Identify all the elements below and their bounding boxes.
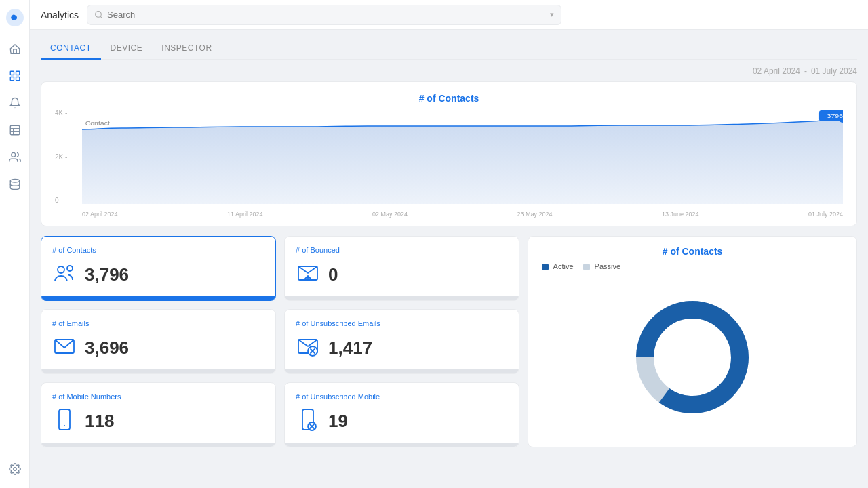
metric-value-row-emails: 3,696 — [52, 334, 264, 361]
svg-line-14 — [100, 16, 102, 18]
metric-value-contacts: 3,796 — [85, 264, 129, 285]
app-logo[interactable] — [5, 8, 24, 27]
sidebar-item-reports[interactable] — [4, 119, 26, 141]
search-icon — [94, 10, 103, 19]
metric-card-emails: # of Emails 3,696 — [41, 309, 276, 374]
metric-value-row-bounced: 0 — [296, 261, 508, 288]
sidebar-item-analytics[interactable] — [4, 65, 26, 87]
chart-y-axis: 4K - 2K - 0 - — [55, 109, 67, 204]
donut-svg-wrap — [631, 277, 753, 437]
metric-value-emails: 3,696 — [85, 338, 129, 359]
metrics-grid: # of Contacts 3,796 — [41, 236, 857, 447]
metric-card-unsub-emails: # of Unsubscribed Emails 1,417 — [284, 309, 519, 374]
x-label-5: 13 June 2024 — [662, 211, 699, 218]
metric-bar-contacts — [41, 296, 275, 300]
metric-value-row-unsub-mobile: 19 — [296, 407, 508, 434]
metric-bar-mobile — [41, 443, 275, 447]
search-box[interactable]: ▾ — [87, 5, 561, 25]
donut-title: # of Contacts — [663, 246, 723, 257]
sidebar-item-database[interactable] — [4, 174, 26, 195]
y-label-0: 0 - — [55, 197, 67, 204]
svg-point-1 — [13, 16, 17, 20]
metric-label-contacts: # of Contacts — [52, 246, 264, 254]
metric-card-bounced: # of Bounced 0 — [284, 236, 519, 301]
content-area: CONTACT DEVICE INSPECTOR 02 April 2024 -… — [30, 30, 868, 488]
topbar: Analytics ▾ — [30, 0, 868, 30]
sidebar — [0, 0, 30, 488]
legend-active: Active — [542, 262, 573, 270]
metrics-middle-col: # of Bounced 0 — [284, 236, 519, 447]
metric-value-mobile: 118 — [85, 411, 114, 432]
chart-legend-label: Contact — [85, 120, 110, 127]
x-label-3: 02 May 2024 — [372, 211, 408, 218]
metric-label-emails: # of Emails — [52, 319, 264, 327]
metric-bar-unsub-emails — [285, 369, 519, 373]
main-content: Analytics ▾ CONTACT DEVICE INSPECTOR 02 … — [30, 0, 868, 488]
metric-card-mobile: # of Mobile Numbers 118 — [41, 382, 276, 447]
metric-label-unsub-mobile: # of Unsubscribed Mobile — [296, 392, 508, 401]
tab-inspector[interactable]: INSPECTOR — [152, 38, 221, 60]
main-chart-card: # of Contacts 4K - 2K - 0 - — [41, 81, 857, 226]
svg-point-15 — [58, 266, 64, 273]
date-range: 02 April 2024 - 01 July 2024 — [41, 60, 857, 81]
metric-bar-emails — [41, 369, 275, 373]
tab-bar: CONTACT DEVICE INSPECTOR — [41, 30, 857, 60]
legend-dot-passive — [583, 264, 590, 270]
sidebar-item-notifications[interactable] — [4, 92, 26, 114]
metric-value-unsub-emails: 1,417 — [328, 338, 372, 359]
metric-card-unsub-mobile: # of Unsubscribed Mobile 19 — [284, 382, 519, 447]
metric-label-unsub-emails: # of Unsubscribed Emails — [296, 319, 508, 327]
email-icon — [52, 334, 77, 361]
search-input[interactable] — [107, 9, 546, 20]
x-label-2: 11 April 2024 — [227, 211, 263, 218]
chart-svg: 3796 Contact — [82, 109, 843, 204]
sidebar-settings[interactable] — [4, 458, 26, 480]
date-end: 01 July 2024 — [811, 66, 857, 76]
metric-value-row-contacts: 3,796 — [52, 261, 264, 288]
metric-value-bounced: 0 — [328, 264, 338, 285]
legend-passive: Passive — [583, 262, 621, 270]
tab-contact[interactable]: CONTACT — [41, 38, 101, 60]
x-label-1: 02 April 2024 — [82, 211, 118, 218]
date-separator: - — [804, 66, 807, 76]
svg-point-13 — [96, 12, 102, 18]
svg-rect-4 — [10, 77, 14, 81]
sidebar-item-home[interactable] — [4, 38, 26, 60]
sidebar-item-users[interactable] — [4, 146, 26, 168]
svg-rect-6 — [10, 125, 20, 135]
main-chart-title: # of Contacts — [55, 93, 843, 104]
x-label-6: 01 July 2024 — [808, 211, 843, 218]
donut-legend: Active Passive — [539, 262, 620, 270]
svg-point-10 — [11, 152, 15, 157]
metric-value-unsub-mobile: 19 — [328, 411, 348, 432]
svg-point-12 — [13, 468, 16, 471]
chart-x-axis: 02 April 2024 11 April 2024 02 May 2024 … — [82, 211, 843, 218]
donut-chart-card: # of Contacts Active Passive — [528, 236, 857, 447]
svg-point-11 — [10, 180, 20, 183]
y-label-4k: 4K - — [55, 109, 67, 117]
metric-value-row-unsub-emails: 1,417 — [296, 334, 508, 361]
metric-bar-unsub-mobile — [285, 443, 519, 447]
metrics-left-col: # of Contacts 3,796 — [41, 236, 276, 447]
svg-rect-2 — [10, 71, 14, 75]
x-label-4: 23 May 2024 — [517, 211, 552, 218]
chart-tooltip-text: 3796 — [827, 113, 843, 119]
y-label-2k: 2K - — [55, 153, 67, 161]
app-title: Analytics — [41, 9, 79, 20]
metric-value-row-mobile: 118 — [52, 407, 264, 434]
svg-rect-18 — [59, 409, 70, 430]
legend-label-passive: Passive — [595, 262, 621, 270]
legend-dot-active — [542, 264, 549, 270]
contacts-icon — [52, 261, 77, 288]
date-start: 02 April 2024 — [753, 66, 800, 76]
unsubscribed-email-icon — [296, 334, 320, 361]
metric-bar-bounced — [285, 296, 519, 300]
mobile-icon — [52, 407, 77, 434]
donut-svg — [631, 296, 753, 418]
legend-label-active: Active — [553, 262, 574, 270]
svg-point-16 — [67, 266, 73, 271]
metric-card-contacts: # of Contacts 3,796 — [41, 236, 276, 301]
metric-label-bounced: # of Bounced — [296, 246, 508, 254]
metric-label-mobile: # of Mobile Numbers — [52, 392, 264, 401]
tab-device[interactable]: DEVICE — [101, 38, 153, 60]
